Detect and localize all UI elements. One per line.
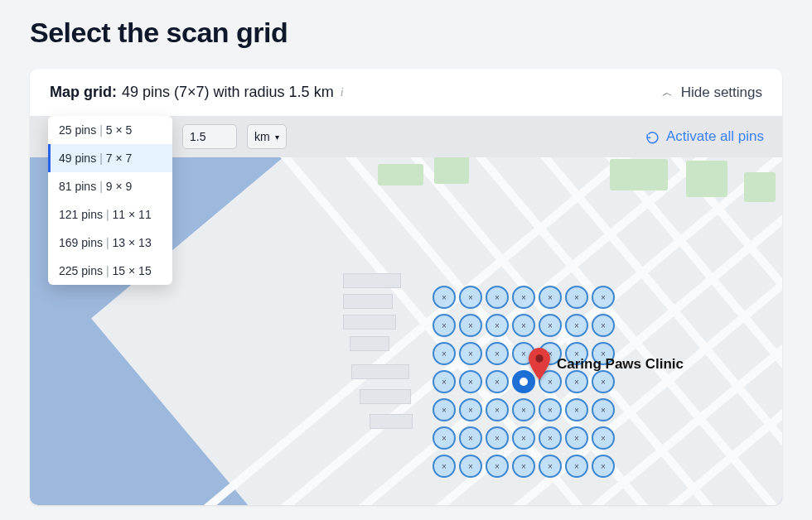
pin[interactable]: × (433, 426, 456, 450)
map-park (610, 159, 668, 190)
pin[interactable]: × (539, 426, 562, 450)
radius-input[interactable] (182, 124, 237, 149)
grid-label: Map grid: (50, 84, 117, 101)
grid-option[interactable]: 225 pins|15 × 15 (48, 257, 172, 285)
pin[interactable]: × (459, 342, 482, 365)
svg-point-0 (535, 354, 543, 362)
pin[interactable]: × (486, 314, 509, 337)
toggle-settings-label: Hide settings (681, 84, 762, 101)
pin[interactable]: × (565, 455, 588, 478)
settings-card: Map grid: 49 pins (7×7) with radius 1.5 … (30, 69, 782, 505)
grid-option[interactable]: 25 pins|5 × 5 (48, 116, 172, 144)
pin[interactable]: × (565, 286, 588, 309)
map-pier (350, 336, 389, 351)
info-icon[interactable]: i (339, 86, 346, 99)
pin[interactable]: × (459, 455, 482, 478)
activate-all-pins-button[interactable]: Activate all pins (645, 128, 764, 145)
pin[interactable]: × (592, 398, 615, 421)
grid-summary: Map grid: 49 pins (7×7) with radius 1.5 … (50, 84, 346, 101)
map-pier (351, 364, 409, 379)
chevron-up-icon: ︿ (662, 85, 673, 100)
toolbar: km ▾ Activate all pins 25 pins|5 × 549 p… (30, 116, 782, 157)
pin[interactable]: × (459, 426, 482, 450)
pin[interactable]: × (592, 455, 615, 478)
pin[interactable]: × (565, 398, 588, 421)
grid-option[interactable]: 169 pins|13 × 13 (48, 229, 172, 257)
pin[interactable]: × (486, 426, 509, 450)
map-pier (343, 273, 401, 288)
grid-option[interactable]: 49 pins|7 × 7 (48, 144, 172, 172)
page-title: Select the scan grid (30, 17, 782, 49)
pin[interactable]: × (486, 370, 509, 393)
pin[interactable]: × (433, 342, 456, 365)
pin[interactable]: × (565, 426, 588, 450)
map-pier (343, 315, 396, 330)
pin[interactable]: × (565, 314, 588, 337)
pin[interactable]: × (459, 314, 482, 337)
grid-summary-text: 49 pins (7×7) with radius 1.5 km (122, 84, 334, 101)
marker-label: Caring Paws Clinic (557, 356, 684, 373)
pin[interactable]: × (592, 314, 615, 337)
activate-all-label: Activate all pins (666, 128, 764, 145)
pin[interactable]: × (433, 314, 456, 337)
pin[interactable]: × (486, 286, 509, 309)
pin-icon (527, 348, 552, 381)
pin[interactable]: × (433, 455, 456, 478)
pin[interactable]: × (512, 314, 535, 337)
map-pier (343, 294, 393, 309)
pin[interactable]: × (486, 455, 509, 478)
grid-option[interactable]: 81 pins|9 × 9 (48, 172, 172, 200)
pin[interactable]: × (592, 286, 615, 309)
undo-icon (645, 130, 660, 144)
pin[interactable]: × (512, 286, 535, 309)
map-park (434, 157, 469, 184)
pin[interactable]: × (433, 370, 456, 393)
map-marker[interactable]: Caring Paws Clinic (527, 348, 684, 381)
map-pier (370, 414, 413, 429)
toggle-settings-button[interactable]: ︿ Hide settings (662, 84, 762, 101)
pin[interactable]: × (433, 398, 456, 421)
grid-size-dropdown: 25 pins|5 × 549 pins|7 × 781 pins|9 × 91… (48, 116, 172, 285)
pin[interactable]: × (486, 398, 509, 421)
chevron-down-icon: ▾ (275, 132, 279, 142)
pin[interactable]: × (459, 370, 482, 393)
pin[interactable]: × (539, 286, 562, 309)
pin[interactable]: × (539, 314, 562, 337)
pin[interactable]: × (539, 455, 562, 478)
pin[interactable]: × (433, 286, 456, 309)
pin[interactable]: × (592, 426, 615, 450)
map-pier (360, 389, 411, 404)
map-park (744, 172, 776, 202)
map-park (686, 161, 727, 197)
pin[interactable]: × (459, 286, 482, 309)
pin[interactable]: × (539, 398, 562, 421)
pin[interactable]: × (486, 342, 509, 365)
map-park (378, 164, 423, 185)
pin[interactable]: × (459, 398, 482, 421)
grid-option[interactable]: 121 pins|11 × 11 (48, 200, 172, 229)
unit-select[interactable]: km ▾ (247, 124, 287, 149)
pin[interactable]: × (512, 426, 535, 450)
pin[interactable]: × (512, 398, 535, 421)
pins-grid: ××××××××××××××××××××××××××××××××××××××××… (433, 286, 618, 483)
unit-select-value: km (254, 130, 270, 143)
pin[interactable]: × (512, 455, 535, 478)
